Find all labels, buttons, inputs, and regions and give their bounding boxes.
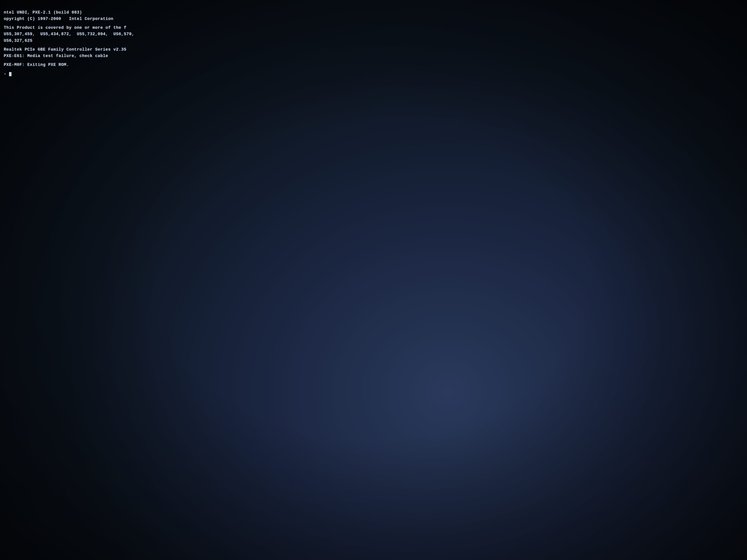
terminal-line: - bbox=[4, 71, 134, 77]
terminal-gap bbox=[4, 68, 134, 71]
terminal-line: This Product is covered by one or more o… bbox=[4, 25, 134, 31]
terminal-line: Realtek PCIe GBE Family Controller Serie… bbox=[4, 47, 134, 53]
terminal-line: US6,327,625 bbox=[4, 37, 134, 44]
terminal-line: PXE-M0F: Exiting PXE ROM. bbox=[4, 62, 134, 68]
terminal-gap bbox=[4, 44, 134, 47]
terminal-line: PXE-E61: Media test failure, check cable bbox=[4, 53, 134, 59]
terminal-line: opyright (C) 1997-2000 Intel Corporation bbox=[4, 16, 134, 22]
bios-screen: ntel UNDI, PXE-2.1 (build 083)opyright (… bbox=[0, 0, 747, 560]
terminal-gap bbox=[4, 22, 134, 25]
terminal-output: ntel UNDI, PXE-2.1 (build 083)opyright (… bbox=[4, 7, 134, 77]
terminal-line: US5,307,459, US5,434,872, US5,732,094, U… bbox=[4, 31, 134, 37]
terminal-gap bbox=[4, 59, 134, 62]
terminal-cursor bbox=[9, 72, 11, 76]
terminal-line: ntel UNDI, PXE-2.1 (build 083) bbox=[4, 9, 134, 16]
